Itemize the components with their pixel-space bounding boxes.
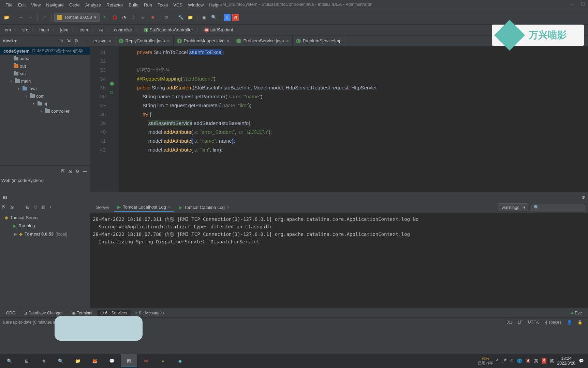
web-module[interactable]: Web (in codeSystem) xyxy=(0,176,90,184)
attach-button[interactable]: ⊕ xyxy=(139,13,147,22)
crumb-4[interactable]: com xyxy=(77,27,90,33)
menu-tools[interactable]: Tools xyxy=(155,1,171,9)
group-icon[interactable]: ⊞ xyxy=(26,204,30,210)
clock[interactable]: 18:24 2022/3/28 xyxy=(557,356,575,366)
tree-item[interactable]: out xyxy=(0,62,90,70)
network-icon[interactable]: 🌐 xyxy=(517,358,522,363)
filmora-icon[interactable]: ◆ xyxy=(172,354,188,367)
tree-item[interactable]: .idea xyxy=(0,55,90,62)
menu-refactor[interactable]: Refactor xyxy=(104,1,126,9)
ime-indicator[interactable]: 英 xyxy=(550,358,554,364)
dict-icon[interactable]: 词 xyxy=(232,14,239,21)
hide-icon[interactable]: — xyxy=(82,38,87,44)
editor-tab[interactable]: IProblemMapper.java× xyxy=(174,36,233,46)
line-ending[interactable]: LF xyxy=(515,320,525,325)
menu-window[interactable]: Window xyxy=(185,1,206,9)
expand-icon[interactable]: ⇱ xyxy=(2,204,6,210)
profile-button[interactable]: ⏱ xyxy=(130,13,138,22)
explorer-icon[interactable]: 📁 xyxy=(70,354,86,367)
gear-icon[interactable]: ⚙ xyxy=(74,38,80,44)
crumb-7[interactable]: C StuBaseInfoController xyxy=(142,27,195,33)
menu-edit[interactable]: Edit xyxy=(15,1,28,9)
memory-badge[interactable]: 92% 已用内存 xyxy=(478,356,493,365)
tray-up-icon[interactable]: ^ xyxy=(496,358,498,363)
indent[interactable]: 4 spaces xyxy=(542,320,564,325)
layout-button[interactable]: ▣ xyxy=(200,13,208,22)
crumb-3[interactable]: java xyxy=(58,27,71,33)
gear-icon[interactable]: ⚙ xyxy=(75,169,79,174)
ime-indicator[interactable]: S xyxy=(542,358,546,364)
editor-tab[interactable]: IProblemService.java× xyxy=(233,36,292,46)
editor-tab[interactable]: CProblemServiceImp xyxy=(293,36,345,46)
mic-icon[interactable]: 🎤 xyxy=(502,358,507,363)
tree-item[interactable]: ▾com xyxy=(0,92,90,100)
close-icon[interactable]: × xyxy=(108,38,111,44)
code-editor[interactable]: 313233343536373839404142 ⬤ @ private Stu… xyxy=(90,46,588,192)
wps-icon[interactable]: W xyxy=(138,354,154,367)
app-icon[interactable]: 🔍 xyxy=(53,354,69,367)
editor-tab[interactable]: CReplyController.java× xyxy=(115,36,174,46)
crumb-5[interactable]: oj xyxy=(97,27,105,33)
tree-item[interactable]: ▾main xyxy=(0,77,90,85)
services-tab[interactable]: ⬡ 6: Services xyxy=(97,310,130,316)
crumb-0[interactable]: em xyxy=(3,27,13,33)
run-config-selector[interactable]: Tomcat 8.0.53 ▾ xyxy=(54,13,100,22)
menu-vcs[interactable]: VCS xyxy=(171,1,185,9)
tree-item[interactable]: ▾oj xyxy=(0,100,90,107)
encoding[interactable]: UTF-8 xyxy=(525,320,542,325)
tree-item[interactable]: ▾java xyxy=(0,85,90,92)
open-file-icon[interactable]: 📂 xyxy=(3,13,11,22)
running-node[interactable]: ▶ Running xyxy=(1,222,89,230)
ime-indicator[interactable]: 英 xyxy=(534,358,538,364)
gear-icon[interactable]: ⊕ xyxy=(582,195,585,200)
lock-icon[interactable]: 🔒 xyxy=(575,320,585,325)
database-tab[interactable]: ⊟ Database Changes xyxy=(20,310,67,316)
tomcat-server-node[interactable]: ◆ Tomcat Server xyxy=(1,213,89,222)
intellij-icon[interactable]: ◩ xyxy=(121,354,137,367)
menu-run[interactable]: Run xyxy=(141,1,155,9)
update-button[interactable]: ⟳ xyxy=(163,13,171,22)
close-icon[interactable]: × xyxy=(286,38,289,44)
firefox-icon[interactable]: 🦊 xyxy=(87,354,103,367)
tray-icon[interactable]: ⊕ xyxy=(510,358,514,363)
app-icon[interactable]: ● xyxy=(155,354,171,367)
close-icon[interactable]: × xyxy=(227,205,230,210)
close-icon[interactable]: × xyxy=(168,204,171,210)
stop-button[interactable]: ■ xyxy=(149,13,157,22)
menu-code[interactable]: Code xyxy=(67,1,83,9)
project-view-selector[interactable]: oject ▾ xyxy=(3,38,17,43)
maximize-button[interactable]: ☐ xyxy=(581,1,585,6)
menu-file[interactable]: File xyxy=(3,1,15,9)
menu-analyze[interactable]: Analyze xyxy=(83,1,104,9)
cursor-position[interactable]: 3:1 xyxy=(504,320,515,325)
minimize-button[interactable]: — xyxy=(570,1,574,6)
layout-icon[interactable]: ▥ xyxy=(41,204,45,210)
crumb-8[interactable]: m addStudent xyxy=(202,27,235,33)
run-button[interactable]: ↻ xyxy=(101,13,109,22)
settings-button[interactable]: 🔧 xyxy=(177,13,185,22)
folder-button[interactable]: 📁 xyxy=(186,13,194,22)
server-tab[interactable]: Server xyxy=(93,203,113,211)
locate-icon[interactable]: ⊕ xyxy=(59,38,65,44)
crumb-6[interactable]: controller xyxy=(112,27,134,33)
catalina-log-tab[interactable]: ▶Tomcat Catalina Log× xyxy=(175,203,233,211)
collapse-icon[interactable]: ⇲ xyxy=(10,204,14,210)
debug-button[interactable]: 🐞 xyxy=(111,13,119,22)
messages-tab[interactable]: ≡ 0: Messages xyxy=(132,310,167,316)
inspection-icon[interactable]: 👤 xyxy=(564,320,575,325)
menu-navigate[interactable]: Navigate xyxy=(43,1,66,9)
notification-icon[interactable]: 💬 xyxy=(579,358,584,363)
wechat-icon[interactable]: 💬 xyxy=(104,354,120,367)
crumb-1[interactable]: src xyxy=(20,27,30,33)
menu-build[interactable]: Build xyxy=(126,1,141,9)
coverage-button[interactable]: ◔ xyxy=(120,13,128,22)
close-icon[interactable]: × xyxy=(226,38,229,44)
menu-view[interactable]: View xyxy=(28,1,43,9)
volume-icon[interactable]: 🔇 xyxy=(526,358,531,363)
crumb-2[interactable]: main xyxy=(37,27,51,33)
todo-tab[interactable]: ODO xyxy=(3,310,19,316)
log-search-input[interactable]: 🔍 xyxy=(531,204,585,211)
terminal-tab[interactable]: ▣ Terminal xyxy=(68,310,95,316)
close-icon[interactable]: × xyxy=(167,38,170,44)
collapse-all-icon[interactable]: ⇲ xyxy=(68,169,72,174)
